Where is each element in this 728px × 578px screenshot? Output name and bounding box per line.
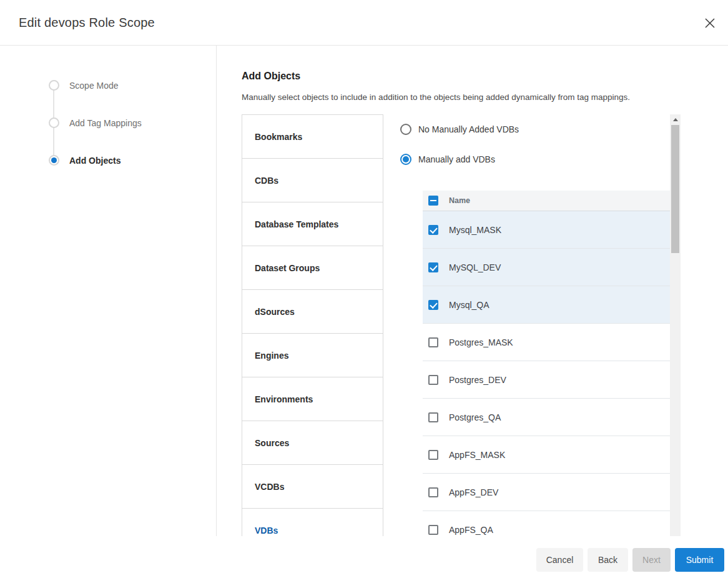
- close-x-glyph: [704, 17, 716, 29]
- table-header-row: Name: [423, 191, 670, 211]
- radio-manually-add-vdbs[interactable]: Manually add VDBs: [400, 154, 495, 165]
- scroll-up-arrow-icon[interactable]: [670, 114, 681, 125]
- back-button[interactable]: Back: [588, 548, 628, 572]
- row-checkbox[interactable]: [428, 412, 438, 422]
- category-engines[interactable]: Engines: [242, 334, 383, 377]
- row-name: Mysql_QA: [449, 300, 489, 310]
- cancel-button[interactable]: Cancel: [536, 548, 583, 572]
- category-label: VCDBs: [255, 482, 284, 492]
- select-all-checkbox[interactable]: [428, 196, 438, 206]
- row-name: AppFS_DEV: [449, 487, 498, 497]
- submit-button[interactable]: Submit: [675, 548, 724, 572]
- category-label: Dataset Groups: [255, 263, 320, 273]
- category-sources[interactable]: Sources: [242, 421, 383, 465]
- table-row[interactable]: Mysql_QA: [423, 286, 670, 324]
- vertical-scrollbar[interactable]: [670, 114, 681, 536]
- edit-role-scope-dialog: Edit devops Role Scope Scope Mode Add Ta…: [0, 0, 728, 578]
- row-name: Postgres_DEV: [449, 375, 506, 385]
- category-dataset-groups[interactable]: Dataset Groups: [242, 246, 383, 290]
- close-icon[interactable]: [703, 16, 717, 30]
- category-label: Sources: [255, 438, 289, 448]
- step-circle-active-icon: [49, 155, 59, 166]
- row-checkbox[interactable]: [428, 262, 438, 272]
- table-row[interactable]: AppFS_QA: [423, 511, 670, 536]
- radio-label: Manually add VDBs: [418, 154, 495, 164]
- row-name: Postgres_QA: [449, 412, 501, 422]
- row-name: Mysql_MASK: [449, 225, 501, 235]
- vdb-table: Name Mysql_MASK MySQL_DEV Mysql_QA: [423, 191, 670, 536]
- category-label: CDBs: [255, 176, 278, 186]
- step-circle-icon: [49, 80, 59, 91]
- page-title: Add Objects: [242, 71, 300, 82]
- next-button: Next: [632, 548, 671, 572]
- category-dsources[interactable]: dSources: [242, 290, 383, 334]
- scrollbar-thumb[interactable]: [671, 125, 679, 253]
- row-checkbox[interactable]: [428, 487, 438, 497]
- category-environments[interactable]: Environments: [242, 377, 383, 421]
- page-description: Manually select objects to include in ad…: [242, 92, 630, 102]
- step-add-objects[interactable]: Add Objects: [49, 155, 216, 166]
- table-row[interactable]: Postgres_DEV: [423, 361, 670, 399]
- row-checkbox[interactable]: [428, 300, 438, 310]
- table-row[interactable]: AppFS_MASK: [423, 436, 670, 474]
- category-label: Engines: [255, 351, 288, 361]
- vdb-selection-panel: No Manually Added VDBs Manually add VDBs…: [396, 114, 681, 536]
- step-add-tag-mappings[interactable]: Add Tag Mappings: [49, 117, 216, 128]
- step-circle-icon: [49, 117, 59, 128]
- radio-unselected-icon: [400, 124, 411, 135]
- dialog-footer: Cancel Back Next Submit: [0, 536, 728, 578]
- category-label: Bookmarks: [255, 132, 302, 142]
- dialog-title: Edit devops Role Scope: [19, 16, 155, 30]
- category-label: Environments: [255, 394, 313, 404]
- category-vdbs[interactable]: VDBs: [242, 509, 383, 536]
- row-checkbox[interactable]: [428, 375, 438, 385]
- category-cdbs[interactable]: CDBs: [242, 159, 383, 202]
- row-checkbox[interactable]: [428, 450, 438, 460]
- row-name: AppFS_QA: [449, 525, 493, 535]
- step-label: Scope Mode: [69, 81, 119, 91]
- column-header-name: Name: [449, 196, 470, 205]
- row-name: AppFS_MASK: [449, 450, 505, 460]
- row-name: Postgres_MASK: [449, 337, 513, 347]
- dialog-header: Edit devops Role Scope: [0, 0, 728, 46]
- radio-no-manually-added-vdbs[interactable]: No Manually Added VDBs: [400, 124, 519, 135]
- radio-selected-icon: [400, 154, 411, 165]
- step-scope-mode[interactable]: Scope Mode: [49, 80, 216, 91]
- row-checkbox[interactable]: [428, 525, 438, 535]
- category-bookmarks[interactable]: Bookmarks: [242, 115, 383, 159]
- category-database-templates[interactable]: Database Templates: [242, 202, 383, 246]
- category-vcdbs[interactable]: VCDBs: [242, 465, 383, 509]
- category-label: Database Templates: [255, 219, 338, 229]
- table-row[interactable]: MySQL_DEV: [423, 249, 670, 286]
- dialog-body: Scope Mode Add Tag Mappings Add Objects …: [0, 46, 728, 536]
- content-row: Bookmarks CDBs Database Templates Datase…: [242, 114, 728, 536]
- step-label: Add Objects: [69, 156, 121, 166]
- table-row[interactable]: AppFS_DEV: [423, 474, 670, 511]
- radio-label: No Manually Added VDBs: [418, 124, 519, 134]
- step-label: Add Tag Mappings: [69, 118, 142, 128]
- category-label: dSources: [255, 307, 295, 317]
- category-label: VDBs: [255, 526, 278, 536]
- row-checkbox[interactable]: [428, 337, 438, 347]
- stepper: Scope Mode Add Tag Mappings Add Objects: [0, 46, 216, 166]
- row-name: MySQL_DEV: [449, 262, 501, 272]
- table-row[interactable]: Mysql_MASK: [423, 211, 670, 249]
- table-row[interactable]: Postgres_QA: [423, 399, 670, 436]
- table-row[interactable]: Postgres_MASK: [423, 324, 670, 361]
- stepper-sidebar: Scope Mode Add Tag Mappings Add Objects: [0, 46, 217, 536]
- main-panel: Add Objects Manually select objects to i…: [217, 46, 728, 536]
- object-category-list: Bookmarks CDBs Database Templates Datase…: [242, 114, 383, 536]
- row-checkbox[interactable]: [428, 225, 438, 235]
